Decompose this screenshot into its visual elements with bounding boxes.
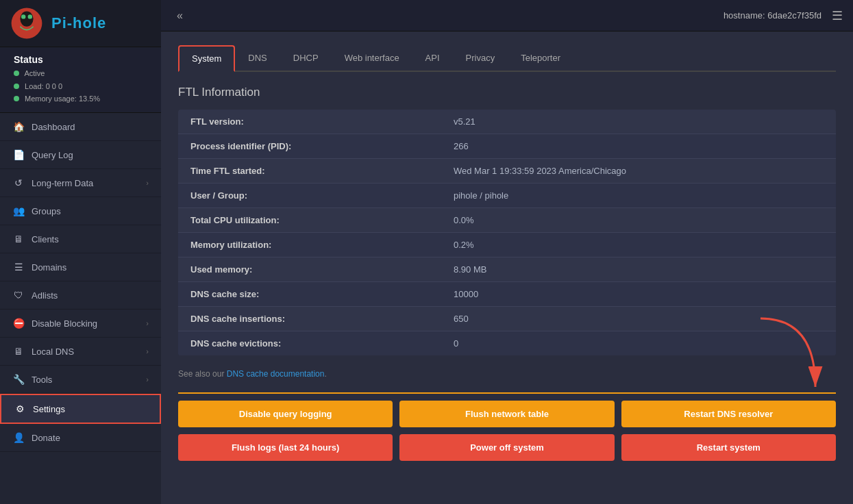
disable-blocking-icon: ⛔ bbox=[12, 318, 25, 329]
sidebar-item-disable-blocking[interactable]: ⛔ Disable Blocking › bbox=[0, 310, 161, 338]
sidebar-item-dashboard[interactable]: 🏠 Dashboard bbox=[0, 113, 161, 141]
tools-icon: 🔧 bbox=[12, 374, 25, 385]
sidebar-item-label: Adlists bbox=[32, 290, 149, 301]
sidebar-item-label: Query Log bbox=[32, 150, 149, 160]
table-row: Total CPU utilization: 0.0% bbox=[178, 208, 836, 233]
row-value: Wed Mar 1 19:33:59 2023 America/Chicago bbox=[441, 159, 836, 184]
load-dot bbox=[14, 84, 19, 89]
table-row: User / Group: pihole / pihole bbox=[178, 184, 836, 208]
adlists-icon: 🛡 bbox=[12, 290, 25, 301]
chevron-right-icon: › bbox=[146, 375, 149, 383]
tab-privacy[interactable]: Privacy bbox=[453, 45, 508, 71]
page-content: System DNS DHCP Web interface API Privac… bbox=[161, 32, 853, 504]
tab-teleporter[interactable]: Teleporter bbox=[508, 45, 573, 71]
active-label: Active bbox=[24, 69, 45, 77]
tab-web-interface[interactable]: Web interface bbox=[332, 45, 412, 71]
load-value: 0 0 0 bbox=[46, 82, 62, 90]
row-label: FTL version: bbox=[178, 110, 441, 134]
sidebar-item-label: Local DNS bbox=[32, 346, 146, 357]
sidebar-item-long-term-data[interactable]: ↺ Long-term Data › bbox=[0, 169, 161, 197]
tab-dns[interactable]: DNS bbox=[235, 45, 280, 71]
row-value: 0 bbox=[441, 331, 836, 356]
sidebar-item-donate[interactable]: 👤 Donate bbox=[0, 424, 161, 452]
sidebar-item-settings[interactable]: ⚙ Settings bbox=[0, 394, 161, 424]
sidebar-item-clients[interactable]: 🖥 Clients bbox=[0, 225, 161, 253]
action-buttons-section: Disable query logging Flush network tabl… bbox=[178, 392, 836, 461]
sidebar-item-label: Donate bbox=[32, 433, 149, 443]
hostname-label: hostname: bbox=[724, 10, 765, 21]
hamburger-menu-icon[interactable]: ☰ bbox=[832, 8, 843, 23]
restart-system-button[interactable]: Restart system bbox=[621, 434, 836, 461]
row-label: User / Group: bbox=[178, 184, 441, 208]
sidebar-item-domains[interactable]: ☰ Domains bbox=[0, 253, 161, 281]
tab-dhcp[interactable]: DHCP bbox=[280, 45, 332, 71]
settings-tabs: System DNS DHCP Web interface API Privac… bbox=[178, 45, 836, 72]
row-label: Used memory: bbox=[178, 257, 441, 282]
status-title: Status bbox=[14, 54, 151, 65]
dashboard-icon: 🏠 bbox=[12, 121, 25, 132]
topbar-right: hostname: 6dae2c7f35fd ☰ bbox=[724, 8, 843, 23]
query-log-icon: 📄 bbox=[12, 149, 25, 160]
groups-icon: 👥 bbox=[12, 205, 25, 216]
sidebar-item-groups[interactable]: 👥 Groups bbox=[0, 197, 161, 225]
row-label: Time FTL started: bbox=[178, 159, 441, 184]
long-term-data-icon: ↺ bbox=[12, 177, 25, 188]
row-value: 10000 bbox=[441, 282, 836, 307]
row-label: Memory utilization: bbox=[178, 233, 441, 257]
ftl-info-table: FTL version: v5.21 Process identifier (P… bbox=[178, 110, 836, 355]
table-row: Memory utilization: 0.2% bbox=[178, 233, 836, 257]
table-row: DNS cache size: 10000 bbox=[178, 282, 836, 307]
table-row: Used memory: 8.90 MB bbox=[178, 257, 836, 282]
section-title: FTL Information bbox=[178, 86, 836, 99]
row-value: v5.21 bbox=[441, 110, 836, 134]
table-row: Process identifier (PID): 266 bbox=[178, 134, 836, 159]
sidebar-item-label: Long-term Data bbox=[32, 178, 146, 188]
topbar: « hostname: 6dae2c7f35fd ☰ bbox=[161, 0, 853, 32]
row-label: Total CPU utilization: bbox=[178, 208, 441, 233]
app-name: Pi-hole bbox=[51, 14, 106, 32]
active-dot bbox=[14, 71, 19, 76]
flush-logs-button[interactable]: Flush logs (last 24 hours) bbox=[178, 434, 393, 461]
hostname-display: hostname: 6dae2c7f35fd bbox=[724, 10, 821, 21]
sidebar: Pi-hole Status Active Load: 0 0 0 Memory… bbox=[0, 0, 161, 504]
power-off-system-button[interactable]: Power off system bbox=[399, 434, 614, 461]
sidebar-item-label: Domains bbox=[32, 262, 149, 273]
row-value: pihole / pihole bbox=[441, 184, 836, 208]
table-row: DNS cache evictions: 0 bbox=[178, 331, 836, 356]
chevron-right-icon: › bbox=[146, 347, 149, 355]
restart-dns-resolver-button[interactable]: Restart DNS resolver bbox=[621, 401, 836, 427]
tab-api[interactable]: API bbox=[412, 45, 453, 71]
pihole-logo bbox=[10, 7, 43, 40]
disable-query-logging-button[interactable]: Disable query logging bbox=[178, 401, 393, 427]
svg-point-3 bbox=[28, 14, 32, 18]
sidebar-item-adlists[interactable]: 🛡 Adlists bbox=[0, 281, 161, 310]
memory-label: Memory usage: bbox=[25, 94, 77, 103]
table-row: Time FTL started: Wed Mar 1 19:33:59 202… bbox=[178, 159, 836, 184]
main-content: « hostname: 6dae2c7f35fd ☰ System DNS DH… bbox=[161, 0, 853, 504]
chevron-right-icon: › bbox=[146, 319, 149, 327]
sidebar-item-local-dns[interactable]: 🖥 Local DNS › bbox=[0, 338, 161, 366]
sidebar-nav: 🏠 Dashboard 📄 Query Log ↺ Long-term Data… bbox=[0, 113, 161, 452]
row-label: DNS cache evictions: bbox=[178, 331, 441, 356]
sidebar-item-label: Groups bbox=[32, 206, 149, 216]
sidebar-item-query-log[interactable]: 📄 Query Log bbox=[0, 141, 161, 169]
memory-dot bbox=[14, 96, 19, 101]
footer-note-prefix: See also our bbox=[178, 369, 227, 379]
tab-system[interactable]: System bbox=[178, 45, 235, 72]
footer-note: See also our DNS cache documentation. bbox=[178, 369, 836, 379]
svg-point-2 bbox=[21, 14, 25, 18]
settings-icon: ⚙ bbox=[14, 403, 26, 414]
row-value: 8.90 MB bbox=[441, 257, 836, 282]
flush-network-table-button[interactable]: Flush network table bbox=[399, 401, 614, 427]
status-load: Load: 0 0 0 bbox=[14, 80, 151, 93]
dns-cache-documentation-link[interactable]: DNS cache documentation bbox=[227, 369, 325, 379]
svg-point-1 bbox=[20, 11, 33, 26]
memory-value: 13.5% bbox=[79, 94, 100, 103]
sidebar-item-label: Disable Blocking bbox=[32, 318, 146, 329]
sidebar-item-tools[interactable]: 🔧 Tools › bbox=[0, 366, 161, 394]
collapse-sidebar-button[interactable]: « bbox=[171, 7, 188, 25]
status-active: Active bbox=[14, 67, 151, 80]
row-value: 0.0% bbox=[441, 208, 836, 233]
sidebar-item-label: Tools bbox=[32, 375, 146, 385]
action-row-2: Flush logs (last 24 hours) Power off sys… bbox=[178, 434, 836, 461]
